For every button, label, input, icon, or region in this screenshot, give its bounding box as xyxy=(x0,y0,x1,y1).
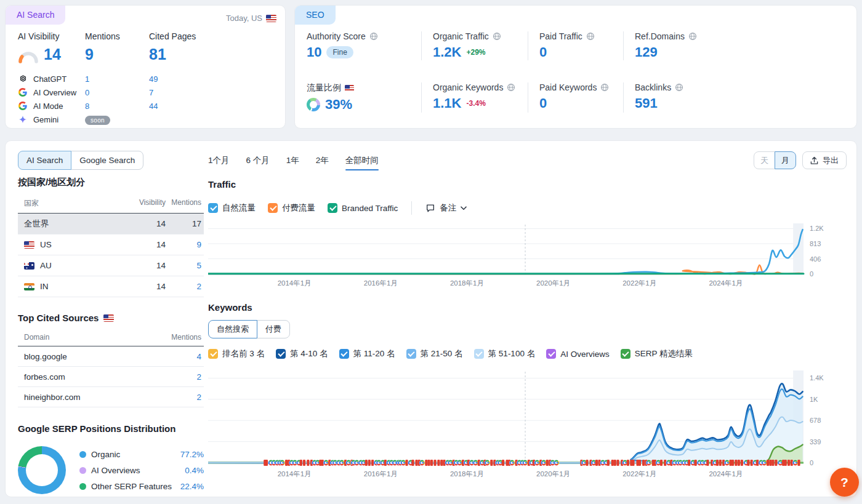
help-button[interactable]: ? xyxy=(830,468,859,497)
legend-51-100[interactable]: 第 51-100 名 xyxy=(474,348,536,359)
provider-cited-link[interactable]: 7 xyxy=(149,88,153,97)
svg-text:0: 0 xyxy=(810,270,813,278)
range-1-month[interactable]: 1个月 xyxy=(208,155,230,170)
legend-ai-overviews[interactable]: AI Overviews xyxy=(546,349,610,359)
country-name: US xyxy=(40,240,52,249)
export-label: 导出 xyxy=(823,155,839,166)
serp-donut-chart[interactable] xyxy=(18,446,66,494)
legend-serp-features[interactable]: SERP 精选结果 xyxy=(621,348,693,359)
provider-mentions-link[interactable]: 8 xyxy=(85,102,149,111)
col-country: 国家 xyxy=(24,198,127,209)
source-mentions-link[interactable]: 4 xyxy=(196,352,201,361)
traffic-share-donut-icon xyxy=(307,98,320,111)
metric-value-link[interactable]: 1.2K xyxy=(433,44,461,60)
metric-label: Ref.Domains xyxy=(635,31,685,41)
source-row[interactable]: forbes.com 2 xyxy=(18,367,204,387)
checkbox-checked-icon[interactable] xyxy=(208,203,218,213)
metric-organic-traffic: Organic Traffic 1.2K +29% xyxy=(421,31,528,60)
charts-panel: Traffic 自然流量 付费流量 Branded Traffic 备注 040… xyxy=(208,179,853,482)
provider-cited-link[interactable]: 49 xyxy=(149,74,158,84)
globe-icon xyxy=(507,83,515,92)
us-flag-icon xyxy=(345,85,354,92)
provider-mentions-link[interactable]: 1 xyxy=(85,74,149,84)
checkbox-checked-icon[interactable] xyxy=(328,203,337,213)
checkbox-checked-icon[interactable] xyxy=(208,349,218,359)
legend-organic-traffic[interactable]: 自然流量 xyxy=(208,202,256,214)
range-2-years[interactable]: 2年 xyxy=(316,155,329,170)
keywords-title: Keywords xyxy=(208,302,853,313)
metric-value-link[interactable]: 1.1K xyxy=(433,95,461,111)
source-row[interactable]: hineighbor.com 2 xyxy=(18,387,204,407)
traffic-chart[interactable]: 04068131.2K2014年1月2016年1月2018年1月2020年1月2… xyxy=(208,220,853,290)
svg-text:2020年1月: 2020年1月 xyxy=(536,279,570,287)
metric-value-link[interactable]: 0 xyxy=(539,95,547,111)
country-mentions-link[interactable]: 5 xyxy=(166,261,201,270)
range-1-year[interactable]: 1年 xyxy=(286,155,299,170)
main-panel: AI Search Google Search 1个月 6 个月 1年 2年 全… xyxy=(5,140,857,497)
svg-text:1.2K: 1.2K xyxy=(810,225,824,232)
svg-text:2024年1月: 2024年1月 xyxy=(709,279,743,287)
range-all-time[interactable]: 全部时间 xyxy=(345,155,379,170)
legend-top-3[interactable]: 排名前 3 名 xyxy=(208,348,265,359)
checkbox-checked-icon[interactable] xyxy=(474,349,484,359)
seo-card: SEO Authority Score 10 Fine Organic Traf… xyxy=(294,5,857,129)
svg-text:2020年1月: 2020年1月 xyxy=(536,470,570,478)
legend-4-10[interactable]: 第 4-10 名 xyxy=(276,348,328,359)
google-icon xyxy=(18,88,28,97)
legend-11-20[interactable]: 第 11-20 名 xyxy=(339,348,395,359)
metric-value-link[interactable]: 129 xyxy=(635,44,658,60)
metric-value-link[interactable]: 591 xyxy=(635,95,658,111)
granularity-day-button[interactable]: 天 xyxy=(754,151,775,169)
metric-value-link[interactable]: 39% xyxy=(325,97,352,113)
source-mentions-link[interactable]: 2 xyxy=(196,372,201,382)
metric-value-link[interactable]: 10 xyxy=(307,44,321,60)
source-domain-link[interactable]: hineighbor.com xyxy=(24,393,196,402)
country-mentions-link[interactable]: 2 xyxy=(166,282,201,291)
provider-cited-link[interactable]: 44 xyxy=(149,102,158,111)
provider-mentions-link[interactable]: 0 xyxy=(85,88,149,97)
range-6-months[interactable]: 6 个月 xyxy=(246,155,270,170)
checkbox-checked-icon[interactable] xyxy=(276,349,286,359)
ai-search-badge: AI Search xyxy=(6,6,65,25)
source-mentions-link[interactable]: 2 xyxy=(196,393,201,402)
traffic-title: Traffic xyxy=(208,179,853,190)
legend-paid-traffic[interactable]: 付费流量 xyxy=(268,202,315,214)
granularity-month-button[interactable]: 月 xyxy=(775,151,796,169)
keywords-chart[interactable]: 03396781K1.4K2014年1月2016年1月2018年1月2020年1… xyxy=(208,364,853,482)
checkbox-checked-icon[interactable] xyxy=(339,349,349,359)
other-features-value: 22.4% xyxy=(180,482,204,491)
country-row-in[interactable]: IN 14 2 xyxy=(18,276,204,297)
countries-title: 按国家/地区划分 xyxy=(18,177,204,188)
country-row-worldwide[interactable]: 全世界 14 17 xyxy=(18,214,204,234)
country-mentions: 17 xyxy=(166,219,201,228)
export-button[interactable]: 导出 xyxy=(802,151,847,169)
tab-paid-keywords[interactable]: 付费 xyxy=(257,320,290,338)
tab-ai-search[interactable]: AI Search xyxy=(18,151,71,170)
country-row-us[interactable]: US 14 9 xyxy=(18,234,204,255)
tab-organic-keywords[interactable]: 自然搜索 xyxy=(208,320,257,338)
serp-legend-other-features: Other SERP Features 22.4% xyxy=(79,478,204,494)
svg-text:2018年1月: 2018年1月 xyxy=(450,470,484,478)
soon-badge: soon xyxy=(85,116,110,125)
col-mentions: Mentions xyxy=(166,333,201,342)
metric-label: Backlinks xyxy=(635,82,671,92)
provider-name: ChatGPT xyxy=(33,74,66,84)
metric-value-link[interactable]: 0 xyxy=(539,44,547,60)
source-domain-link[interactable]: forbes.com xyxy=(24,372,196,382)
legend-21-50[interactable]: 第 21-50 名 xyxy=(406,348,463,359)
country-mentions-link[interactable]: 9 xyxy=(166,240,201,249)
tab-google-search[interactable]: Google Search xyxy=(71,151,143,170)
source-row[interactable]: blog.google 4 xyxy=(18,346,204,367)
checkbox-checked-icon[interactable] xyxy=(268,203,278,213)
svg-text:339: 339 xyxy=(810,438,821,446)
notes-dropdown[interactable]: 备注 xyxy=(425,202,467,214)
legend-branded-traffic[interactable]: Branded Traffic xyxy=(328,203,398,213)
in-flag-icon xyxy=(24,283,34,290)
authority-fine-tag: Fine xyxy=(326,46,353,58)
source-domain-link[interactable]: blog.google xyxy=(24,352,196,361)
checkbox-checked-icon[interactable] xyxy=(621,349,630,359)
country-row-au[interactable]: AU 14 5 xyxy=(18,255,204,276)
svg-text:2016年1月: 2016年1月 xyxy=(364,470,398,478)
checkbox-checked-icon[interactable] xyxy=(406,349,416,359)
checkbox-checked-icon[interactable] xyxy=(546,349,556,359)
